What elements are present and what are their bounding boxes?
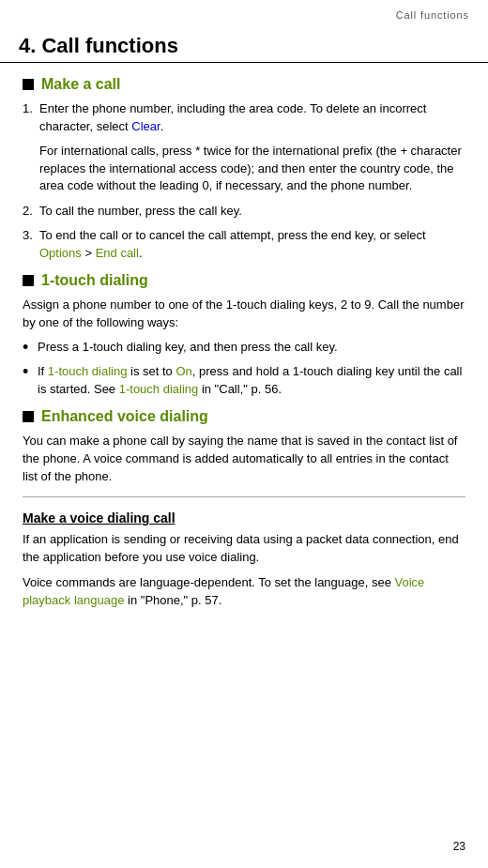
voice-para1: If an application is sending or receivin…	[23, 531, 465, 567]
bullet-content: If 1-touch dialing is set to On, press a…	[38, 363, 465, 399]
make-voice-call-heading: Make a voice dialing call	[23, 510, 465, 525]
1-touch-intro: Assign a phone number to one of the 1-to…	[23, 297, 465, 332]
bullet-square-icon	[23, 275, 34, 286]
1-touch-dialing-link1[interactable]: 1-touch dialing	[48, 364, 128, 378]
enhanced-voice-intro: You can make a phone call by saying the …	[23, 433, 465, 486]
section-1-touch-heading: 1-touch dialing	[23, 272, 465, 289]
make-voice-call-subsection: Make a voice dialing call If an applicat…	[23, 496, 465, 609]
page-number: 23	[453, 840, 465, 853]
list-item: • Press a 1-touch dialing key, and then …	[23, 339, 465, 358]
make-a-call-list: 1. Enter the phone number, including the…	[23, 100, 465, 263]
list-item-content: To call the number, press the call key.	[39, 203, 465, 221]
list-item: • If 1-touch dialing is set to On, press…	[23, 363, 465, 399]
list-num: 2.	[23, 203, 39, 221]
list-num: 3.	[23, 227, 39, 245]
list-item: 1. Enter the phone number, including the…	[23, 100, 465, 136]
bullet-dot-icon: •	[23, 339, 38, 358]
bullet-content: Press a 1-touch dialing key, and then pr…	[38, 339, 465, 357]
international-calls-note: For international calls, press * twice f…	[39, 144, 462, 193]
list-item: 2. To call the number, press the call ke…	[23, 203, 465, 221]
content-area: Make a call 1. Enter the phone number, i…	[0, 76, 488, 636]
bullet-dot-icon: •	[23, 363, 38, 382]
1-touch-bullet-list: • Press a 1-touch dialing key, and then …	[23, 339, 465, 398]
list-item-sub: For international calls, press * twice f…	[39, 143, 465, 196]
1-touch-dialing-link2[interactable]: 1-touch dialing	[119, 382, 199, 396]
list-item-content: Enter the phone number, including the ar…	[39, 100, 465, 136]
bullet-square-icon	[23, 79, 34, 90]
end-call-link[interactable]: End call	[96, 246, 139, 260]
enhanced-voice-heading: Enhanced voice dialing	[41, 408, 208, 425]
section-divider	[23, 496, 465, 497]
page-header: Call functions	[0, 0, 488, 26]
list-num: 1.	[23, 100, 39, 118]
options-link[interactable]: Options	[39, 246, 82, 260]
list-item-content: To end the call or to cancel the call at…	[39, 227, 465, 263]
on-link[interactable]: On	[175, 364, 191, 378]
section-make-a-call-heading: Make a call	[23, 76, 465, 93]
1-touch-heading: 1-touch dialing	[41, 272, 148, 289]
make-a-call-heading: Make a call	[41, 76, 121, 93]
list-item: 3. To end the call or to cancel the call…	[23, 227, 465, 263]
bullet-square-icon	[23, 411, 34, 422]
voice-para2: Voice commands are language-dependent. T…	[23, 574, 465, 610]
header-title: Call functions	[396, 9, 469, 21]
main-title: 4. Call functions	[0, 26, 488, 63]
section-enhanced-voice-heading: Enhanced voice dialing	[23, 408, 465, 425]
clear-link[interactable]: Clear	[131, 119, 160, 133]
